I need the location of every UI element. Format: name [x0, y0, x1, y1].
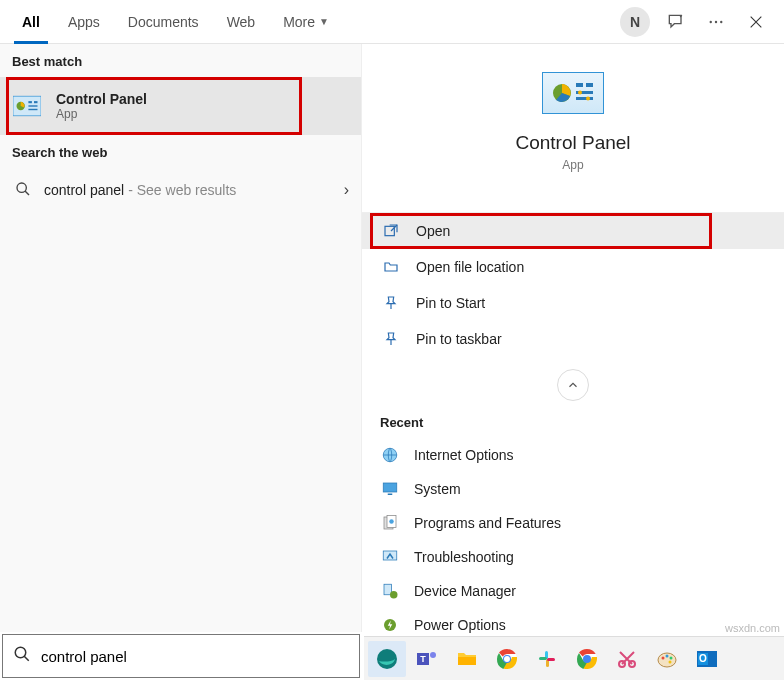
- taskbar-outlook[interactable]: O: [688, 641, 726, 677]
- taskbar-explorer[interactable]: [448, 641, 486, 677]
- action-open-file-location[interactable]: Open file location: [362, 249, 784, 285]
- close-icon[interactable]: [736, 2, 776, 42]
- web-query-text: control panel: [44, 182, 124, 198]
- search-tabs: All Apps Documents Web More▼ N: [0, 0, 784, 44]
- preview-title: Control Panel: [362, 132, 784, 154]
- recent-header: Recent: [362, 401, 784, 438]
- svg-point-15: [578, 91, 582, 95]
- recent-item[interactable]: Troubleshooting: [368, 540, 778, 574]
- search-input[interactable]: [41, 648, 349, 665]
- best-match-result[interactable]: Control Panel App: [0, 77, 361, 135]
- tab-more[interactable]: More▼: [269, 0, 343, 44]
- svg-point-42: [583, 655, 591, 663]
- pin-icon: [380, 295, 402, 311]
- svg-rect-17: [385, 226, 394, 235]
- web-hint-text: - See web results: [128, 182, 236, 198]
- taskbar-snip[interactable]: [608, 641, 646, 677]
- recent-item[interactable]: Programs and Features: [368, 506, 778, 540]
- more-options-icon[interactable]: [696, 2, 736, 42]
- user-avatar[interactable]: N: [620, 7, 650, 37]
- svg-point-2: [720, 20, 722, 22]
- svg-point-36: [504, 656, 510, 662]
- svg-rect-33: [458, 657, 476, 665]
- action-open[interactable]: Open: [362, 213, 784, 249]
- taskbar-edge[interactable]: [368, 641, 406, 677]
- control-panel-icon: [12, 91, 42, 121]
- action-open-label: Open: [416, 223, 450, 239]
- annotation-highlight: [6, 77, 302, 135]
- preview-subtitle: App: [362, 158, 784, 172]
- tab-web[interactable]: Web: [213, 0, 270, 44]
- internet-options-icon: [380, 445, 400, 465]
- power-options-icon: [380, 615, 400, 635]
- programs-icon: [380, 513, 400, 533]
- svg-rect-12: [586, 83, 593, 87]
- svg-rect-6: [34, 101, 38, 103]
- action-pin-start[interactable]: Pin to Start: [362, 285, 784, 321]
- best-match-title: Control Panel: [56, 91, 147, 107]
- svg-rect-11: [576, 83, 583, 87]
- open-icon: [380, 223, 402, 239]
- taskbar-paint[interactable]: [648, 641, 686, 677]
- recent-item[interactable]: Device Manager: [368, 574, 778, 608]
- folder-icon: [380, 259, 402, 275]
- svg-rect-20: [388, 494, 393, 496]
- preview-app-icon: [542, 72, 604, 114]
- system-icon: [380, 479, 400, 499]
- taskbar-chrome[interactable]: [488, 641, 526, 677]
- chevron-down-icon: ▼: [319, 16, 329, 27]
- tab-all[interactable]: All: [8, 0, 54, 44]
- chevron-right-icon: ›: [344, 181, 349, 199]
- collapse-button[interactable]: [557, 369, 589, 401]
- taskbar-teams[interactable]: T: [408, 641, 446, 677]
- recent-item-label: Power Options: [414, 617, 506, 633]
- action-pin-taskbar[interactable]: Pin to taskbar: [362, 321, 784, 357]
- search-icon: [13, 645, 31, 667]
- svg-point-29: [377, 649, 397, 669]
- svg-point-47: [666, 654, 669, 657]
- svg-point-9: [17, 183, 26, 192]
- best-match-header: Best match: [0, 44, 361, 77]
- svg-point-26: [390, 591, 398, 599]
- preview-panel: Control Panel App Open Open file locatio…: [362, 44, 784, 632]
- svg-rect-14: [576, 97, 593, 100]
- svg-rect-40: [547, 658, 555, 661]
- tab-apps[interactable]: Apps: [54, 0, 114, 44]
- recent-item[interactable]: System: [368, 472, 778, 506]
- tab-documents[interactable]: Documents: [114, 0, 213, 44]
- svg-rect-19: [383, 483, 397, 492]
- recent-item-label: Internet Options: [414, 447, 514, 463]
- svg-point-16: [586, 97, 590, 101]
- web-result[interactable]: control panel - See web results ›: [0, 168, 361, 212]
- device-manager-icon: [380, 581, 400, 601]
- search-box[interactable]: [2, 634, 360, 678]
- svg-rect-38: [539, 657, 547, 660]
- action-pin-start-label: Pin to Start: [416, 295, 485, 311]
- troubleshooting-icon: [380, 547, 400, 567]
- search-web-header: Search the web: [0, 135, 361, 168]
- recent-item-label: Device Manager: [414, 583, 516, 599]
- results-panel: Best match Control Panel App Search the …: [0, 44, 362, 632]
- action-open-file-location-label: Open file location: [416, 259, 524, 275]
- recent-item-label: Programs and Features: [414, 515, 561, 531]
- svg-rect-7: [28, 105, 37, 106]
- svg-point-46: [662, 656, 665, 659]
- svg-point-0: [710, 20, 712, 22]
- svg-point-49: [669, 660, 672, 663]
- pin-icon: [380, 331, 402, 347]
- recent-item-label: Troubleshooting: [414, 549, 514, 565]
- taskbar-slack[interactable]: [528, 641, 566, 677]
- svg-text:O: O: [699, 653, 707, 664]
- search-icon: [12, 181, 34, 200]
- svg-text:T: T: [420, 654, 426, 664]
- svg-point-28: [15, 647, 26, 658]
- recent-item[interactable]: Internet Options: [368, 438, 778, 472]
- action-pin-taskbar-label: Pin to taskbar: [416, 331, 502, 347]
- watermark-text: wsxdn.com: [725, 622, 780, 634]
- feedback-icon[interactable]: [656, 2, 696, 42]
- taskbar-chrome-2[interactable]: [568, 641, 606, 677]
- taskbar: T O: [364, 636, 784, 680]
- svg-rect-8: [28, 109, 37, 110]
- svg-point-23: [389, 519, 394, 524]
- best-match-subtitle: App: [56, 107, 147, 121]
